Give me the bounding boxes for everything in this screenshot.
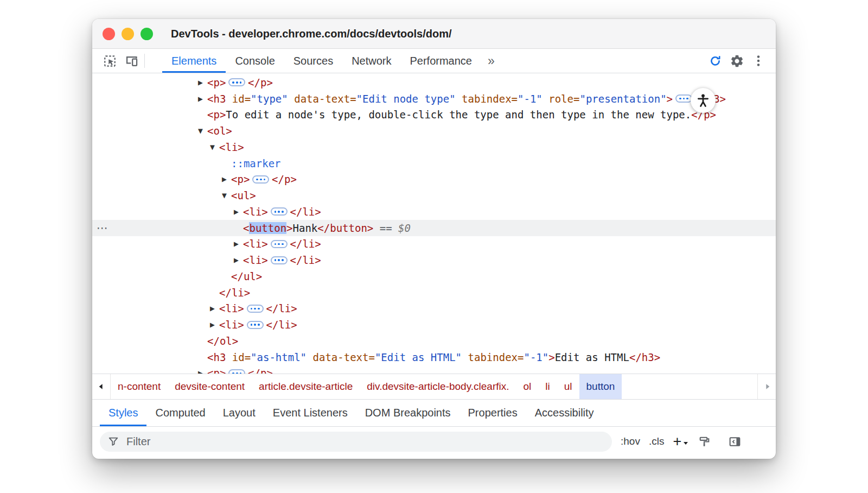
tab-console[interactable]: Console	[226, 49, 284, 73]
rendering-button[interactable]	[693, 435, 715, 448]
inline-expand-icon[interactable]	[247, 321, 264, 329]
dom-tree-row[interactable]: ▶<li></li>	[92, 204, 776, 220]
breadcrumb-item-article-devsite-article[interactable]: article.devsite-article	[252, 374, 360, 399]
breadcrumb-item-ol[interactable]: ol	[516, 374, 539, 399]
accessibility-cursor-button[interactable]	[691, 88, 716, 113]
menu-button[interactable]	[748, 49, 769, 73]
code-token	[462, 351, 468, 363]
tab-performance[interactable]: Performance	[401, 49, 482, 73]
new-style-rule-button[interactable]: +	[673, 433, 685, 450]
dom-tree-row[interactable]: ⋯<button>Hank</button> == $0	[92, 220, 776, 236]
refresh-required-button[interactable]	[704, 49, 726, 73]
dom-tree-row[interactable]: ▼<ol>	[92, 123, 776, 139]
breadcrumb-scroll-left-button[interactable]	[92, 374, 111, 399]
dom-tree-row[interactable]: ▶<p></p>	[92, 365, 776, 374]
minimize-button[interactable]	[122, 28, 134, 40]
code-token	[542, 93, 548, 105]
inline-expand-icon[interactable]	[271, 240, 288, 248]
expand-arrow-icon[interactable]: ▶	[198, 95, 207, 103]
expand-arrow-icon[interactable]: ▶	[222, 175, 231, 183]
element-classes-button[interactable]: .cls	[649, 435, 665, 447]
device-toolbar-icon	[124, 54, 139, 68]
breadcrumb-item-button[interactable]: button	[579, 374, 622, 399]
breadcrumb-item-devsite-content[interactable]: devsite-content	[168, 374, 252, 399]
dom-tree-row[interactable]: <p>To edit a node's type, double-click t…	[92, 107, 776, 123]
inspect-element-button[interactable]	[99, 49, 120, 73]
dom-tree-row[interactable]: ▶<h3 id="type" data-text="Edit node type…	[92, 91, 776, 107]
inline-expand-icon[interactable]	[252, 175, 269, 184]
collapse-arrow-icon[interactable]: ▼	[198, 127, 207, 135]
breadcrumb-item-n-content[interactable]: n-content	[111, 374, 168, 399]
code-token: </ol>	[207, 335, 238, 347]
dom-tree-row[interactable]: ▶<p></p>	[92, 172, 776, 188]
code-token: <li>	[243, 254, 268, 266]
code-token: "Edit node type"	[356, 93, 456, 105]
dock-side-button[interactable]	[724, 435, 745, 448]
dom-tree-row[interactable]: ▶<p></p>	[92, 74, 776, 91]
more-tabs-button[interactable]: »	[481, 49, 501, 73]
dock-panel-icon	[728, 435, 742, 448]
dom-tree-row[interactable]: ▶<li></li>	[92, 301, 776, 317]
filter-field[interactable]	[100, 432, 612, 452]
dom-tree-row[interactable]: ▼<li>	[92, 139, 776, 155]
inline-expand-icon[interactable]	[271, 256, 288, 264]
code-token: </li>	[219, 287, 250, 299]
settings-button[interactable]	[726, 49, 748, 73]
inline-expand-icon[interactable]	[675, 94, 692, 103]
expand-arrow-icon[interactable]: ▶	[198, 79, 207, 86]
expand-arrow-icon[interactable]: ▶	[234, 208, 243, 216]
toggle-element-state-button[interactable]: :hov	[621, 435, 640, 447]
dom-tree-row[interactable]: ▶<li></li>	[92, 236, 776, 252]
zoom-button[interactable]	[141, 28, 153, 40]
code-token: Edit as HTML	[555, 351, 629, 363]
tab-network[interactable]: Network	[342, 49, 400, 73]
tab-elements[interactable]: Elements	[162, 49, 226, 73]
expand-arrow-icon[interactable]: ▶	[234, 240, 243, 248]
close-button[interactable]	[103, 28, 115, 40]
device-toolbar-button[interactable]	[120, 49, 142, 73]
toolbar-spacer	[501, 49, 704, 73]
refresh-icon	[708, 54, 723, 68]
dom-tree-row[interactable]: </ol>	[92, 333, 776, 349]
collapse-arrow-icon[interactable]: ▼	[222, 192, 231, 199]
code-token: <li>	[219, 302, 244, 314]
code-token: "as-html"	[251, 351, 307, 363]
dom-tree-row[interactable]: </li>	[92, 285, 776, 301]
expand-arrow-icon[interactable]: ▶	[210, 305, 219, 312]
chevron-right-icon	[763, 382, 771, 391]
tab-styles[interactable]: Styles	[100, 400, 146, 426]
filter-input[interactable]	[125, 435, 604, 448]
inline-expand-icon[interactable]	[228, 369, 245, 374]
expand-arrow-icon[interactable]: ▶	[234, 256, 243, 264]
inline-expand-icon[interactable]	[247, 305, 264, 313]
tab-computed[interactable]: Computed	[146, 400, 214, 426]
inline-expand-icon[interactable]	[228, 78, 245, 86]
dom-tree-row[interactable]: ▶<li></li>	[92, 317, 776, 333]
dom-tree-row[interactable]: </ul>	[92, 268, 776, 285]
expand-arrow-icon[interactable]: ▶	[198, 369, 207, 374]
inline-expand-icon[interactable]	[271, 207, 288, 216]
breadcrumb-scroll-right-button[interactable]	[757, 374, 776, 399]
plus-icon: +	[673, 433, 681, 450]
tab-layout[interactable]: Layout	[214, 400, 264, 426]
dom-tree-row[interactable]: ▼<ul>	[92, 187, 776, 204]
breadcrumb-item-ul[interactable]: ul	[557, 374, 579, 399]
code-token: $0	[398, 222, 411, 234]
dom-tree: ▶<p></p>▶<h3 id="type" data-text="Edit n…	[92, 73, 776, 374]
expand-arrow-icon[interactable]: ▶	[210, 321, 219, 328]
code-token: "Edit as HTML"	[375, 351, 462, 363]
row-actions-icon[interactable]: ⋯	[97, 222, 108, 235]
tab-accessibility[interactable]: Accessibility	[526, 400, 603, 426]
dom-tree-row[interactable]: ▶<li></li>	[92, 252, 776, 268]
dom-tree-row[interactable]: <h3 id="as-html" data-text="Edit as HTML…	[92, 349, 776, 365]
dom-tree-row[interactable]: ::marker	[92, 155, 776, 172]
breadcrumb-item-div-devsite-article-body-clearfix[interactable]: div.devsite-article-body.clearfix.	[360, 374, 516, 399]
main-toolbar: ElementsConsoleSourcesNetworkPerformance…	[92, 49, 776, 73]
tab-properties[interactable]: Properties	[459, 400, 526, 426]
tab-event-listeners[interactable]: Event Listeners	[264, 400, 356, 426]
breadcrumb-item-li[interactable]: li	[538, 374, 557, 399]
collapse-arrow-icon[interactable]: ▼	[210, 143, 219, 151]
tab-dom-breakpoints[interactable]: DOM Breakpoints	[356, 400, 459, 426]
traffic-lights	[103, 28, 153, 40]
tab-sources[interactable]: Sources	[284, 49, 342, 73]
